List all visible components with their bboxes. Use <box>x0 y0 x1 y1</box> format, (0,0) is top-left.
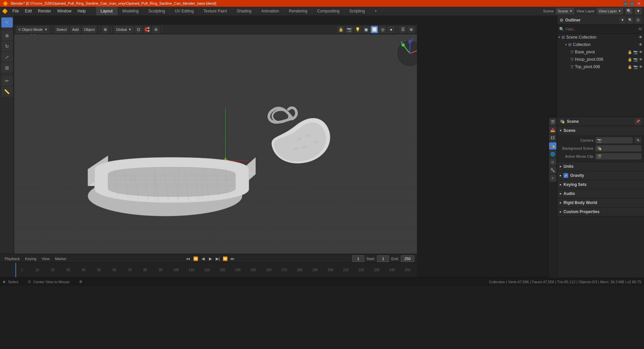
movie-clip-value[interactable]: 🎬 <box>595 153 641 159</box>
gravity-section-header[interactable]: ▸ ✓ Gravity <box>557 171 644 180</box>
next-keyframe-btn[interactable]: ⏩ <box>222 256 228 262</box>
tool-annotate[interactable]: ✏ <box>1 76 13 86</box>
tab-layout[interactable]: Layout <box>96 7 118 15</box>
viewport-lock-btn[interactable]: 🔒 <box>337 26 344 33</box>
tab-rendering[interactable]: Rendering <box>284 7 312 15</box>
jump-end-btn[interactable]: ⏭ <box>229 256 235 262</box>
viewport-camera-btn[interactable]: 📷 <box>345 26 353 33</box>
camera-value[interactable]: 📷 <box>595 137 633 143</box>
prop-tab-world[interactable]: 🌐 <box>549 150 556 158</box>
menu-file[interactable]: File <box>10 7 21 15</box>
restrict-icon-2[interactable]: 🔒 <box>628 57 632 62</box>
outliner-collection[interactable]: ▾ ⊞ Collection 👁 <box>562 41 644 48</box>
playback-menu[interactable]: Playback <box>3 256 22 261</box>
gizmo-btn[interactable]: ⊕ <box>408 26 415 33</box>
current-frame-input[interactable] <box>352 255 364 262</box>
prop-pin-btn[interactable]: 📌 <box>635 118 641 125</box>
tool-select[interactable]: ↖ <box>1 17 13 28</box>
viewport-shading-material[interactable]: ◎ <box>379 26 386 33</box>
restrict-icon[interactable]: 🔒 <box>628 50 632 54</box>
play-btn[interactable]: ▶ <box>207 256 213 262</box>
viewport-render-btn[interactable]: 💡 <box>354 26 361 33</box>
add-menu[interactable]: Add <box>70 26 81 33</box>
viewport-3d[interactable]: X Y Z ⊙ 🔍 ⊕ User Perspectiv <box>14 25 417 254</box>
outliner-top-pivot[interactable]: ▽ Top_pivot.008 🔒 📷 👁 <box>568 63 644 70</box>
prev-keyframe-btn[interactable]: ⏪ <box>193 256 199 262</box>
render-icon-2[interactable]: 📷 <box>633 57 638 62</box>
minimize-button[interactable]: — <box>623 1 628 6</box>
outliner-search-input[interactable] <box>566 27 638 31</box>
outliner-hoop-pivot[interactable]: ▽ Hoop_pivot.008 🔒 📷 👁 <box>568 56 644 63</box>
tool-measure[interactable]: 📏 <box>1 87 13 97</box>
tool-rotate[interactable]: ↻ <box>1 41 13 51</box>
outliner-filter-btn[interactable]: ▼ <box>619 17 626 23</box>
tab-add[interactable]: + <box>370 7 382 15</box>
tab-animation[interactable]: Animation <box>257 7 284 15</box>
tab-shading[interactable]: Shading <box>232 7 257 15</box>
prop-tab-output[interactable]: 📤 <box>549 126 556 134</box>
keying-sets-header[interactable]: ▸ Keying Sets <box>557 180 644 189</box>
scene-selector[interactable]: Scene ▼ <box>556 8 575 14</box>
prev-frame-btn[interactable]: ◀ <box>200 256 206 262</box>
keying-menu[interactable]: Keying <box>23 256 39 261</box>
custom-props-header[interactable]: ▸ Custom Properties <box>557 207 644 216</box>
outliner-search-btn[interactable]: 🔍 <box>627 17 634 23</box>
prop-tab-physics[interactable]: ⚛ <box>549 174 556 182</box>
visibility-eye[interactable]: 👁 <box>639 35 643 40</box>
render-icon-3[interactable]: 📷 <box>633 65 638 69</box>
prop-tab-render[interactable]: 🎬 <box>549 118 556 126</box>
prop-tab-scene[interactable]: 🎭 <box>549 142 556 150</box>
viewport-shading-solid[interactable]: ⬜ <box>371 26 378 33</box>
tab-modeling[interactable]: Modeling <box>118 7 144 15</box>
eye-icon-3[interactable]: 👁 <box>639 65 643 69</box>
view-menu[interactable]: View <box>40 256 52 261</box>
eye-icon-2[interactable]: 👁 <box>639 57 643 62</box>
transform-btn[interactable]: ⊕ <box>102 26 109 33</box>
tab-compositing[interactable]: Compositing <box>312 7 344 15</box>
search-button[interactable]: 🔍 <box>625 8 633 14</box>
object-menu[interactable]: Object <box>82 26 97 33</box>
outliner-sync-btn[interactable]: ⊡ <box>635 17 641 23</box>
bg-scene-value[interactable]: 🎭 <box>595 145 641 151</box>
outliner-tree[interactable]: ▾ ⊞ Scene Collection 👁 ▾ ⊞ Collection 👁 … <box>557 34 644 117</box>
transform-orientation[interactable]: Global ▼ <box>114 26 133 33</box>
maximize-button[interactable]: □ <box>630 1 635 6</box>
frame-ruler[interactable]: 1 10 20 30 40 50 60 70 80 90 100 110 120… <box>0 262 417 277</box>
filter-all-btn[interactable]: All <box>638 27 642 31</box>
start-frame-input[interactable] <box>377 255 389 262</box>
overlay-btn[interactable]: ☰ <box>399 26 407 33</box>
tool-transform[interactable]: ⊞ <box>1 63 13 73</box>
gravity-checkbox[interactable]: ✓ <box>564 173 568 178</box>
menu-help[interactable]: Help <box>75 7 89 15</box>
prop-tab-view-layer[interactable]: 🎞 <box>549 134 556 142</box>
filter-button[interactable]: ▼ <box>635 8 642 14</box>
eye-icon[interactable]: 👁 <box>639 50 643 54</box>
prop-tab-object[interactable]: ⊙ <box>549 158 556 166</box>
render-icon[interactable]: 📷 <box>633 50 638 54</box>
jump-start-btn[interactable]: ⏮ <box>185 256 191 262</box>
viewport-shading-render[interactable]: ● <box>387 26 395 33</box>
menu-render[interactable]: Render <box>35 7 54 15</box>
view-layer-selector[interactable]: View Layer ▼ <box>597 8 623 14</box>
blender-menu-logo[interactable]: 🔶 <box>2 8 8 14</box>
proportional-btn[interactable]: ⊚ <box>152 26 160 33</box>
menu-edit[interactable]: Edit <box>22 7 35 15</box>
units-section-header[interactable]: ▸ Units <box>557 162 644 171</box>
tab-uv-editing[interactable]: UV Editing <box>170 7 199 15</box>
tool-move[interactable]: ⊕ <box>1 31 13 41</box>
select-menu[interactable]: Select <box>54 26 69 33</box>
tool-scale[interactable]: ⤢ <box>1 52 13 62</box>
scene-section-header[interactable]: ▾ Scene <box>557 126 644 135</box>
pivot-btn[interactable]: ⊡ <box>135 26 142 33</box>
outliner-base-pivot[interactable]: ▽ Base_pivot 🔒 📷 👁 <box>568 48 644 56</box>
viewport-shading-wire[interactable]: ▣ <box>362 26 370 33</box>
marker-menu[interactable]: Marker <box>53 256 68 261</box>
menu-window[interactable]: Window <box>54 7 74 15</box>
audio-section-header[interactable]: ▸ Audio <box>557 189 644 198</box>
restrict-icon-3[interactable]: 🔒 <box>628 65 632 69</box>
tab-sculpting[interactable]: Sculpting <box>144 7 170 15</box>
rigid-body-header[interactable]: ▸ Rigid Body World <box>557 198 644 207</box>
camera-edit-btn[interactable]: ✎ <box>635 137 641 143</box>
tab-texture-paint[interactable]: Texture Paint <box>199 7 232 15</box>
next-frame-btn[interactable]: ▶| <box>215 256 221 262</box>
